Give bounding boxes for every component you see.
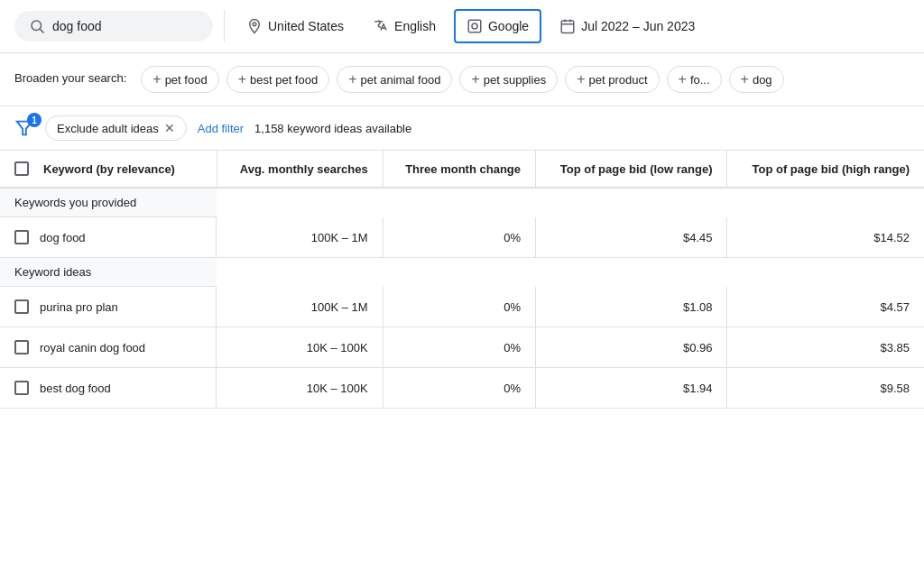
svg-point-4 — [472, 23, 477, 29]
row-checkbox[interactable] — [14, 299, 29, 314]
row-top-bid-high: $3.85 — [727, 327, 924, 368]
platform-selector[interactable]: Google — [454, 9, 541, 43]
chip-label: fo... — [690, 73, 710, 87]
svg-rect-3 — [468, 20, 481, 32]
chip-pet-product[interactable]: + pet product — [565, 66, 659, 93]
filter-icon-wrap[interactable]: 1 — [14, 118, 34, 138]
location-selector[interactable]: United States — [236, 11, 355, 41]
chip-dog[interactable]: + dog — [729, 66, 784, 93]
search-icon — [29, 18, 45, 34]
keyword-text: royal canin dog food — [40, 341, 145, 354]
chip-label: pet food — [165, 73, 208, 87]
row-top-bid-high: $14.52 — [727, 217, 924, 258]
chip-fo[interactable]: + fo... — [667, 66, 722, 93]
row-top-bid-low: $1.08 — [536, 287, 727, 327]
row-keyword-cell: royal canin dog food — [0, 327, 217, 367]
section-provided-row: Keywords you provided — [0, 188, 924, 217]
broaden-label: Broaden your search: — [14, 66, 126, 85]
chip-plus-icon: + — [471, 71, 479, 87]
row-avg-monthly: 100K – 1M — [217, 217, 383, 258]
section-provided-label: Keywords you provided — [0, 189, 217, 217]
keyword-text: purina pro plan — [40, 300, 118, 314]
add-filter-button[interactable]: Add filter — [198, 122, 244, 135]
row-three-month: 0% — [383, 368, 535, 409]
chip-pet-animal-food[interactable]: + pet animal food — [337, 66, 452, 93]
th-avg-monthly: Avg. monthly searches — [217, 151, 383, 188]
exclude-close-icon[interactable]: ✕ — [164, 121, 175, 135]
exclude-adult-chip[interactable]: Exclude adult ideas ✕ — [45, 115, 187, 141]
location-label: United States — [268, 19, 344, 33]
location-icon — [246, 18, 263, 34]
chip-plus-icon: + — [152, 71, 161, 87]
search-input[interactable] — [52, 19, 179, 33]
chip-label: pet supplies — [484, 73, 546, 87]
keywords-count: 1,158 keyword ideas available — [254, 122, 411, 135]
language-label: English — [394, 19, 436, 33]
row-three-month: 0% — [383, 327, 535, 368]
date-range-label: Jul 2022 – Jun 2023 — [581, 19, 695, 33]
row-checkbox[interactable] — [14, 230, 29, 244]
language-selector[interactable]: English — [362, 11, 447, 41]
filter-badge: 1 — [27, 113, 42, 127]
keyword-text: best dog food — [40, 382, 111, 395]
chip-label: pet animal food — [361, 73, 441, 87]
table-header-row: Keyword (by relevance) Avg. monthly sear… — [0, 151, 924, 188]
exclude-chip-label: Exclude adult ideas — [57, 122, 159, 135]
row-checkbox[interactable] — [14, 340, 29, 354]
svg-point-0 — [32, 21, 42, 31]
chip-label: best pet food — [250, 73, 318, 87]
date-range-selector[interactable]: Jul 2022 – Jun 2023 — [549, 11, 706, 41]
chip-label: pet product — [588, 73, 647, 87]
row-keyword-cell: purina pro plan — [0, 287, 217, 327]
platform-label: Google — [488, 19, 529, 33]
chip-best-pet-food[interactable]: + best pet food — [226, 66, 330, 93]
row-top-bid-low: $0.96 — [536, 327, 727, 368]
row-top-bid-high: $4.57 — [727, 287, 924, 327]
keyword-text: dog food — [40, 231, 86, 244]
search-box[interactable] — [14, 11, 213, 41]
broaden-section: Broaden your search: + pet food + best p… — [0, 53, 924, 106]
google-icon — [467, 18, 483, 34]
svg-point-2 — [253, 23, 256, 26]
select-all-checkbox[interactable] — [14, 161, 29, 176]
top-bar: United States English Google Jul 2022 – … — [0, 0, 924, 53]
chip-pet-food[interactable]: + pet food — [141, 66, 218, 93]
table-row: royal canin dog food 10K – 100K 0% $0.96… — [0, 327, 924, 368]
svg-rect-5 — [561, 21, 574, 33]
chip-pet-supplies[interactable]: + pet supplies — [459, 66, 558, 93]
row-top-bid-low: $4.45 — [536, 217, 727, 258]
separator-1 — [224, 10, 225, 42]
row-avg-monthly: 10K – 100K — [217, 368, 383, 409]
table-row: purina pro plan 100K – 1M 0% $1.08 $4.57 — [0, 287, 924, 327]
row-avg-monthly: 10K – 100K — [217, 327, 383, 368]
th-top-bid-high: Top of page bid (high range) — [727, 151, 924, 188]
row-checkbox[interactable] — [14, 381, 29, 395]
th-keyword: Keyword (by relevance) — [0, 151, 217, 188]
chip-plus-icon: + — [577, 71, 585, 87]
chip-plus-icon: + — [238, 71, 246, 87]
keywords-table: Keyword (by relevance) Avg. monthly sear… — [0, 151, 924, 409]
row-keyword-cell: best dog food — [0, 368, 217, 408]
row-top-bid-high: $9.58 — [727, 368, 924, 409]
translate-icon — [373, 18, 389, 34]
row-three-month: 0% — [383, 217, 535, 258]
broaden-chips: + pet food + best pet food + pet animal … — [141, 66, 783, 93]
table-row: dog food 100K – 1M 0% $4.45 $14.52 — [0, 217, 924, 258]
row-top-bid-low: $1.94 — [536, 368, 727, 409]
calendar-icon — [559, 18, 576, 34]
row-three-month: 0% — [383, 287, 535, 327]
chip-plus-icon: + — [679, 71, 687, 87]
table-row: best dog food 10K – 100K 0% $1.94 $9.58 — [0, 368, 924, 409]
th-three-month: Three month change — [383, 151, 535, 188]
chip-plus-icon: + — [741, 71, 749, 87]
filter-bar: 1 Exclude adult ideas ✕ Add filter 1,158… — [0, 106, 924, 151]
row-avg-monthly: 100K – 1M — [217, 287, 383, 327]
chip-label: dog — [753, 73, 772, 87]
row-keyword-cell: dog food — [0, 217, 217, 257]
section-ideas-row: Keyword ideas — [0, 258, 924, 288]
svg-line-1 — [40, 29, 43, 32]
chip-plus-icon: + — [348, 71, 356, 87]
th-top-bid-low: Top of page bid (low range) — [536, 151, 727, 188]
section-ideas-label: Keyword ideas — [0, 258, 217, 287]
